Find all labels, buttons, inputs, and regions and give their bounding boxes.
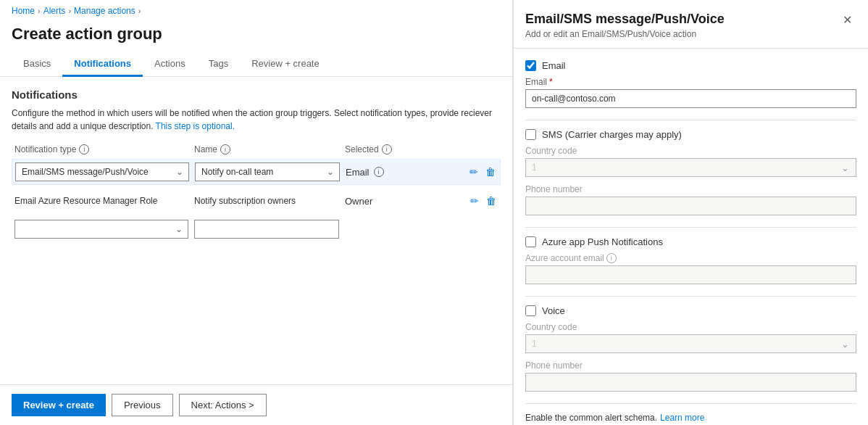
- delete-button-2[interactable]: 🗑: [485, 194, 498, 208]
- email-section: Email Email *: [525, 60, 856, 108]
- notification-name-select-1[interactable]: Notify on-call team: [195, 162, 340, 181]
- table-row: Email Azure Resource Manager Role Notify…: [12, 191, 501, 211]
- optional-link[interactable]: This step is optional.: [156, 121, 235, 131]
- sms-phone-input[interactable]: [525, 197, 856, 215]
- voice-label: Voice: [542, 305, 565, 316]
- breadcrumb-home[interactable]: Home: [12, 6, 35, 16]
- selected-cell-2: Owner ✏ 🗑: [345, 194, 498, 208]
- voice-checkbox[interactable]: [525, 305, 536, 316]
- right-panel: Email/SMS message/Push/Voice Add or edit…: [513, 0, 868, 425]
- voice-checkbox-row: Voice: [525, 305, 856, 316]
- email-label: Email: [542, 60, 566, 71]
- push-info-icon[interactable]: i: [606, 253, 617, 263]
- table-header: Notification type i Name i Selected i: [12, 144, 501, 154]
- add-name-input-wrapper: [194, 220, 339, 239]
- selected-info-icon[interactable]: i: [382, 144, 392, 154]
- schema-row: Enable the common alert schema. Learn mo…: [525, 413, 856, 423]
- review-create-button[interactable]: Review + create: [12, 394, 106, 416]
- sms-section: SMS (Carrier charges may apply) Country …: [525, 129, 856, 215]
- notification-name-label-2: Notify subscription owners: [194, 196, 339, 206]
- breadcrumb-manage-actions[interactable]: Manage actions: [74, 6, 135, 16]
- selected-cell-1: Email i ✏ 🗑: [346, 165, 497, 179]
- delete-button-1[interactable]: 🗑: [484, 165, 497, 179]
- col-selected: Selected i: [345, 144, 498, 154]
- divider-1: [525, 120, 856, 120]
- email-checkbox[interactable]: [525, 60, 536, 71]
- sms-country-code-label: Country code: [525, 146, 856, 156]
- divider-2: [525, 227, 856, 228]
- sms-phone-row: Phone number: [525, 184, 856, 215]
- voice-country-code-wrapper: 1: [525, 334, 856, 353]
- selected-value-2: Owner: [345, 196, 372, 207]
- tabs-bar: Basics Notifications Actions Tags Review…: [0, 52, 512, 77]
- voice-country-code-select[interactable]: 1: [525, 334, 856, 353]
- selected-value-1: Email: [346, 167, 370, 178]
- page-title: Create action group: [0, 22, 512, 52]
- tab-actions[interactable]: Actions: [143, 52, 197, 77]
- sms-checkbox-row: SMS (Carrier charges may apply): [525, 129, 856, 140]
- panel-header-text: Email/SMS message/Push/Voice Add or edit…: [525, 12, 725, 39]
- push-checkbox[interactable]: [525, 236, 536, 247]
- edit-button-1[interactable]: ✏: [468, 165, 480, 179]
- content-area: Notifications Configure the method in wh…: [0, 77, 512, 384]
- sms-checkbox[interactable]: [525, 129, 536, 140]
- push-checkbox-row: Azure app Push Notifications: [525, 236, 856, 247]
- action-icons-2: ✏ 🗑: [469, 194, 498, 208]
- voice-country-code-label: Country code: [525, 322, 856, 332]
- sms-country-code-select[interactable]: 1: [525, 158, 856, 177]
- tab-notifications[interactable]: Notifications: [62, 52, 143, 77]
- voice-section: Voice Country code 1 Phone number: [525, 305, 856, 392]
- notifications-description: Configure the method in which users will…: [12, 107, 501, 133]
- divider-4: [525, 403, 856, 404]
- sms-phone-label: Phone number: [525, 184, 856, 194]
- breadcrumb-alerts[interactable]: Alerts: [43, 6, 66, 16]
- voice-phone-label: Phone number: [525, 360, 856, 371]
- tab-basics[interactable]: Basics: [12, 52, 62, 77]
- voice-phone-row: Phone number: [525, 360, 856, 392]
- notification-type-select-wrapper-1: Email/SMS message/Push/Voice: [15, 162, 189, 181]
- voice-country-code-row: Country code 1: [525, 322, 856, 353]
- close-button[interactable]: ✕: [838, 12, 856, 28]
- bottom-bar: Review + create Previous Next: Actions >: [0, 384, 512, 425]
- col-name: Name i: [194, 144, 339, 154]
- notification-type-label-2: Email Azure Resource Manager Role: [14, 196, 188, 206]
- panel-header: Email/SMS message/Push/Voice Add or edit…: [514, 0, 868, 49]
- tab-review-create[interactable]: Review + create: [240, 52, 331, 77]
- notification-name-select-wrapper-1: Notify on-call team: [195, 162, 340, 181]
- required-marker: *: [549, 77, 553, 87]
- panel-subtitle: Add or edit an Email/SMS/Push/Voice acti…: [525, 29, 725, 39]
- divider-3: [525, 296, 856, 297]
- push-section: Azure app Push Notifications Azure accou…: [525, 236, 856, 284]
- notification-type-select-1[interactable]: Email/SMS message/Push/Voice: [15, 162, 189, 181]
- edit-button-2[interactable]: ✏: [469, 194, 480, 208]
- name-info-icon[interactable]: i: [220, 144, 230, 154]
- voice-phone-input[interactable]: [525, 373, 856, 392]
- email-field-label: Email *: [525, 77, 856, 87]
- add-type-select-wrapper: [14, 220, 188, 239]
- col-notification-type: Notification type i: [14, 144, 188, 154]
- notification-type-info-icon[interactable]: i: [79, 144, 89, 154]
- schema-label: Enable the common alert schema.: [525, 413, 657, 423]
- tab-tags[interactable]: Tags: [197, 52, 240, 77]
- push-account-email-row: Azure account email i: [525, 253, 856, 284]
- email-input[interactable]: [525, 89, 856, 108]
- add-type-select[interactable]: [14, 220, 188, 239]
- push-account-email-label: Azure account email i: [525, 253, 856, 263]
- selected-info-icon-1[interactable]: i: [374, 167, 384, 177]
- notifications-section-title: Notifications: [12, 88, 501, 101]
- email-field-row: Email *: [525, 77, 856, 108]
- sms-country-code-wrapper: 1: [525, 158, 856, 177]
- push-account-email-input[interactable]: [525, 265, 856, 284]
- learn-more-link[interactable]: Learn more: [660, 413, 704, 423]
- email-checkbox-row: Email: [525, 60, 856, 71]
- panel-title: Email/SMS message/Push/Voice: [525, 12, 725, 27]
- sms-country-code-row: Country code 1: [525, 146, 856, 177]
- sms-label: SMS (Carrier charges may apply): [542, 129, 682, 140]
- panel-body: Email Email * SMS (Carrier charges may a…: [514, 49, 868, 425]
- next-actions-button[interactable]: Next: Actions >: [179, 394, 267, 416]
- action-icons-1: ✏ 🗑: [468, 165, 497, 179]
- add-name-input[interactable]: [194, 220, 339, 239]
- breadcrumb: Home › Alerts › Manage actions ›: [0, 0, 512, 22]
- add-row: [12, 217, 501, 242]
- previous-button[interactable]: Previous: [112, 394, 173, 416]
